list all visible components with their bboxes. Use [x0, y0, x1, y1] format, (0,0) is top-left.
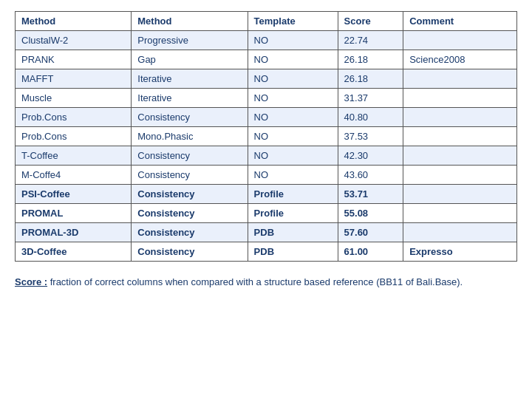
- results-table: Method Method Template Score Comment Clu…: [15, 11, 517, 262]
- table-cell: [403, 127, 517, 146]
- main-table-container: Method Method Template Score Comment Clu…: [15, 11, 517, 262]
- table-cell: Prob.Cons: [16, 127, 132, 146]
- table-cell: [403, 204, 517, 223]
- table-cell: Prob.Cons: [16, 108, 132, 127]
- header-method2: Method: [132, 12, 248, 31]
- table-cell: Profile: [248, 204, 338, 223]
- table-cell: [403, 185, 517, 204]
- table-cell: Consistency: [132, 185, 248, 204]
- table-cell: M-Coffe4: [16, 166, 132, 185]
- table-cell: Mono.Phasic: [132, 127, 248, 146]
- table-cell: NO: [248, 166, 338, 185]
- table-cell: Consistency: [132, 166, 248, 185]
- table-cell: Progressive: [132, 31, 248, 50]
- table-cell: 53.71: [338, 185, 403, 204]
- table-cell: PROMAL-3D: [16, 223, 132, 242]
- table-cell: Muscle: [16, 89, 132, 108]
- caption: Score : fraction of correct columns when…: [15, 275, 517, 290]
- table-cell: NO: [248, 50, 338, 69]
- header-comment: Comment: [403, 12, 517, 31]
- table-cell: [403, 166, 517, 185]
- table-cell: NO: [248, 108, 338, 127]
- table-cell: [403, 31, 517, 50]
- header-score: Score: [338, 12, 403, 31]
- table-cell: PROMAL: [16, 204, 132, 223]
- table-cell: PDB: [248, 242, 338, 262]
- table-cell: 3D-Coffee: [16, 242, 132, 262]
- table-cell: T-Coffee: [16, 146, 132, 166]
- table-cell: Consistency: [132, 146, 248, 166]
- table-cell: NO: [248, 69, 338, 89]
- table-cell: Profile: [248, 185, 338, 204]
- table-cell: [403, 223, 517, 242]
- table-cell: 26.18: [338, 69, 403, 89]
- table-cell: Expresso: [403, 242, 517, 262]
- table-cell: 37.53: [338, 127, 403, 146]
- table-cell: Gap: [132, 50, 248, 69]
- table-cell: NO: [248, 89, 338, 108]
- table-cell: Iterative: [132, 69, 248, 89]
- table-cell: 31.37: [338, 89, 403, 108]
- table-cell: Science2008: [403, 50, 517, 69]
- table-cell: PSI-Coffee: [16, 185, 132, 204]
- table-cell: Consistency: [132, 223, 248, 242]
- table-cell: NO: [248, 146, 338, 166]
- table-cell: 42.30: [338, 146, 403, 166]
- table-cell: NO: [248, 127, 338, 146]
- table-cell: 22.74: [338, 31, 403, 50]
- header-method1: Method: [16, 12, 132, 31]
- table-cell: MAFFT: [16, 69, 132, 89]
- table-cell: 43.60: [338, 166, 403, 185]
- table-cell: Iterative: [132, 89, 248, 108]
- table-cell: [403, 69, 517, 89]
- table-cell: 26.18: [338, 50, 403, 69]
- table-cell: 57.60: [338, 223, 403, 242]
- table-cell: NO: [248, 31, 338, 50]
- caption-text: fraction of correct columns when compare…: [47, 276, 463, 287]
- table-cell: 55.08: [338, 204, 403, 223]
- table-cell: PDB: [248, 223, 338, 242]
- table-cell: Consistency: [132, 108, 248, 127]
- table-cell: [403, 146, 517, 166]
- caption-label: Score :: [15, 276, 47, 287]
- table-cell: PRANK: [16, 50, 132, 69]
- table-cell: [403, 89, 517, 108]
- table-cell: 61.00: [338, 242, 403, 262]
- table-cell: 40.80: [338, 108, 403, 127]
- header-template: Template: [248, 12, 338, 31]
- table-cell: Consistency: [132, 242, 248, 262]
- table-cell: Consistency: [132, 204, 248, 223]
- table-cell: [403, 108, 517, 127]
- table-cell: ClustalW-2: [16, 31, 132, 50]
